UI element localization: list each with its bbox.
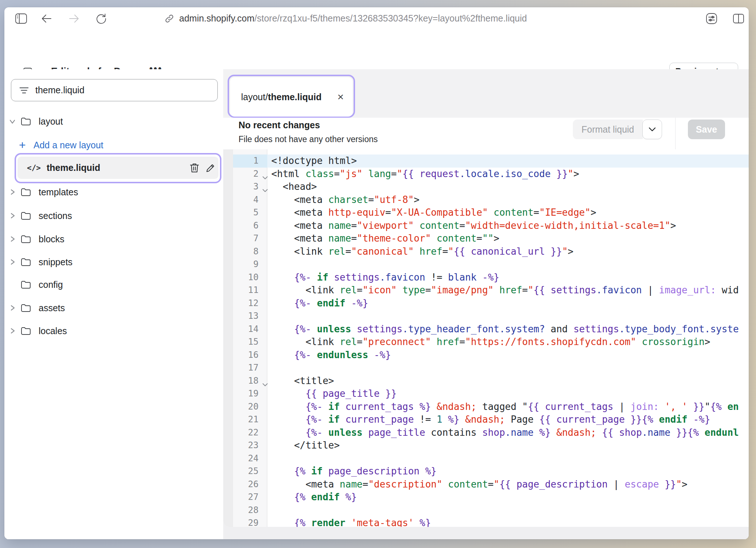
- folder-icon: [20, 234, 39, 244]
- line-number: 7: [233, 232, 259, 245]
- line-number: 4: [233, 193, 259, 207]
- tab-close-icon[interactable]: ×: [337, 91, 344, 102]
- address-bar[interactable]: admin.shopify.com/store/rzq1xu-f5/themes…: [165, 7, 527, 30]
- folder-label: sections: [39, 211, 72, 221]
- code-line[interactable]: {%- endunless -%}: [271, 349, 749, 362]
- line-number: 11: [233, 284, 259, 297]
- folder-label: assets: [39, 303, 65, 313]
- delete-file-button[interactable]: [186, 160, 202, 176]
- chevron-down-icon[interactable]: [4, 119, 20, 124]
- code-line[interactable]: {%- unless page_title contains shop.name…: [271, 426, 749, 439]
- code-line[interactable]: {% if page_description %}: [271, 465, 749, 478]
- code-line[interactable]: [271, 452, 749, 465]
- sidebar-item-assets[interactable]: assets: [4, 298, 223, 317]
- code-line[interactable]: <html class="js" lang="{{ request.locale…: [271, 168, 749, 181]
- link-icon: [165, 14, 174, 23]
- code-line[interactable]: [271, 258, 749, 271]
- save-button[interactable]: Save: [688, 120, 725, 139]
- line-number: 23: [233, 439, 259, 452]
- sidebar-item-templates[interactable]: templates: [4, 183, 223, 201]
- sidebar-item-config[interactable]: config: [4, 275, 223, 294]
- search-value: theme.liquid: [35, 85, 84, 95]
- version-bar-divider: [675, 118, 676, 149]
- sidebar-item-layout[interactable]: layout: [4, 112, 223, 131]
- line-number: 18: [233, 375, 259, 388]
- reload-button[interactable]: [94, 11, 109, 26]
- folder-label: blocks: [39, 234, 64, 244]
- code-line[interactable]: {%- unless settings.type_header_font.sys…: [271, 323, 749, 336]
- line-number: 1: [233, 154, 259, 168]
- back-button[interactable]: [39, 11, 54, 26]
- folder-label: snippets: [39, 257, 72, 267]
- chevron-down-icon: [648, 127, 656, 132]
- folder-icon: [20, 303, 39, 313]
- format-dropdown-button[interactable]: [642, 120, 662, 139]
- code-line[interactable]: <link rel="preconnect" href="https://fon…: [271, 336, 749, 349]
- line-number: 2: [233, 168, 259, 181]
- file-label: theme.liquid: [47, 163, 100, 173]
- code-line[interactable]: <head>: [271, 180, 749, 193]
- chevron-right-icon[interactable]: [4, 212, 20, 219]
- code-line[interactable]: <link rel="canonical" href="{{ canonical…: [271, 245, 749, 258]
- code-line[interactable]: <meta charset="utf-8">: [271, 193, 749, 207]
- code-line[interactable]: [271, 361, 749, 375]
- line-number: 10: [233, 271, 259, 284]
- code-line[interactable]: </title>: [271, 439, 749, 452]
- code-line[interactable]: [271, 310, 749, 323]
- code-line[interactable]: <link rel="icon" type="image/png" href="…: [271, 284, 749, 297]
- tab-file-name: theme.liquid: [268, 92, 322, 102]
- code-line[interactable]: <!doctype html>: [271, 154, 749, 168]
- code-line[interactable]: [271, 504, 749, 517]
- fold-toggle-icon[interactable]: [262, 378, 268, 391]
- forward-button[interactable]: [67, 11, 81, 26]
- chevron-right-icon[interactable]: [4, 236, 20, 242]
- line-number: 25: [233, 465, 259, 478]
- line-number: 29: [233, 517, 259, 527]
- rename-file-button[interactable]: [202, 160, 218, 176]
- split-view-icon[interactable]: [731, 11, 746, 26]
- sidebar-toggle-icon[interactable]: [14, 11, 28, 26]
- folder-icon: [20, 257, 39, 267]
- sidebar-item-snippets[interactable]: snippets: [4, 253, 223, 271]
- add-layout-label: Add a new layout: [34, 140, 103, 150]
- plus-icon: +: [19, 138, 34, 152]
- sidebar-item-sections[interactable]: sections: [4, 206, 223, 225]
- sidebar-item-theme-liquid[interactable]: </>theme.liquid: [17, 157, 218, 179]
- code-line[interactable]: <title>: [271, 375, 749, 388]
- line-number: 26: [233, 478, 259, 491]
- sidebar-item-locales[interactable]: locales: [4, 321, 223, 340]
- line-number: 12: [233, 297, 259, 310]
- fold-toggle-icon[interactable]: [262, 171, 268, 184]
- folder-icon: [20, 117, 39, 126]
- chevron-right-icon[interactable]: [4, 328, 20, 334]
- line-number: 27: [233, 491, 259, 504]
- chevron-right-icon[interactable]: [4, 305, 20, 311]
- code-line[interactable]: {{ page_title }}: [271, 387, 749, 400]
- folder-icon: [20, 211, 39, 220]
- fold-toggle-icon[interactable]: [262, 184, 268, 197]
- line-number: 17: [233, 361, 259, 375]
- code-line[interactable]: {% endif %}: [271, 491, 749, 504]
- file-search-input[interactable]: theme.liquid: [11, 79, 218, 101]
- tab-path-prefix: layout/: [241, 92, 268, 102]
- page-settings-icon[interactable]: [704, 11, 719, 26]
- line-number: 5: [233, 206, 259, 219]
- code-line[interactable]: <meta http-equiv="X-UA-Compatible" conte…: [271, 206, 749, 219]
- code-line[interactable]: {%- if current_tags %} &ndash; tagged "{…: [271, 400, 749, 414]
- chevron-right-icon[interactable]: [4, 189, 20, 195]
- code-editor[interactable]: 1234567891011121314151617181920212223242…: [223, 149, 749, 527]
- code-line[interactable]: <meta name="description" content="{{ pag…: [271, 478, 749, 491]
- code-line[interactable]: <meta name="theme-color" content="">: [271, 232, 749, 245]
- code-line[interactable]: {% render 'meta-tags' %}: [271, 517, 749, 527]
- code-line[interactable]: {%- if current_page != 1 %} &ndash; Page…: [271, 413, 749, 426]
- code-line[interactable]: {%- endif -%}: [271, 297, 749, 310]
- line-number: 20: [233, 400, 259, 414]
- tab-theme-liquid[interactable]: layout/theme.liquid ×: [230, 77, 353, 117]
- code-line[interactable]: <meta name="viewport" content="width=dev…: [271, 219, 749, 232]
- line-number: 3: [233, 180, 259, 193]
- add-new-layout-link[interactable]: +Add a new layout: [4, 136, 223, 154]
- sidebar-item-blocks[interactable]: blocks: [4, 230, 223, 248]
- chevron-right-icon[interactable]: [4, 259, 20, 265]
- format-liquid-label[interactable]: Format liquid: [573, 120, 643, 139]
- code-line[interactable]: {%- if settings.favicon != blank -%}: [271, 271, 749, 284]
